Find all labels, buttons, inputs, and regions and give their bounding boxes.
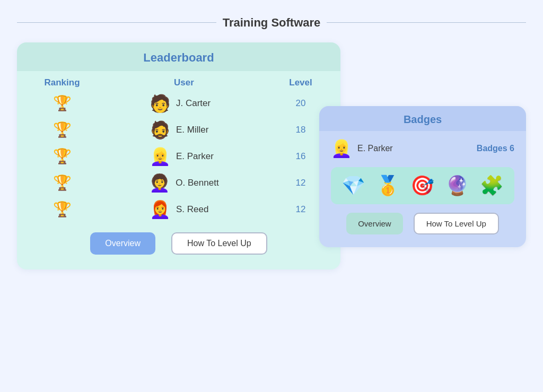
leaderboard-actions: Overview How To Level Up bbox=[17, 232, 340, 255]
badges-overview-button[interactable]: Overview bbox=[346, 213, 403, 234]
table-row: 🏆 👩‍🦱 O. Bennett 12 bbox=[17, 170, 340, 196]
rank-cell: 🏆 bbox=[33, 121, 91, 138]
badges-username: E. Parker bbox=[357, 144, 393, 153]
leaderboard-overview-button[interactable]: Overview bbox=[90, 232, 155, 255]
user-cell: 👩‍🦱 O. Bennett bbox=[91, 173, 277, 193]
badge-icon: 🥇 bbox=[376, 175, 400, 197]
rank-cell: 🏆 bbox=[33, 94, 91, 112]
table-row: 🏆 🧑 J. Carter 20 bbox=[17, 90, 340, 117]
badge-icon: 🧩 bbox=[480, 175, 504, 197]
badges-actions: Overview How To Level Up bbox=[319, 213, 526, 234]
user-avatar: 🧔 bbox=[150, 120, 171, 140]
badges-avatar: 👱‍♀️ bbox=[331, 138, 352, 159]
col-level-label: Level bbox=[277, 77, 325, 88]
page-title-container: Training Software bbox=[17, 16, 526, 30]
level-cell: 12 bbox=[277, 204, 325, 215]
leaderboard-header: Leaderboard bbox=[17, 42, 340, 71]
user-name: S. Reed bbox=[176, 204, 218, 215]
badges-title: Badges bbox=[404, 114, 442, 125]
user-cell: 👱‍♀️ E. Parker bbox=[91, 146, 277, 167]
user-name: J. Carter bbox=[176, 98, 218, 109]
user-cell: 👩‍🦰 S. Reed bbox=[91, 199, 277, 220]
leaderboard-column-headers: Ranking User Level bbox=[17, 71, 340, 90]
leaderboard-card: Leaderboard Ranking User Level 🏆 🧑 J. Ca… bbox=[17, 42, 340, 269]
badge-icon: 💎 bbox=[341, 175, 365, 197]
badge-icon: 🔮 bbox=[445, 175, 469, 197]
user-avatar: 🧑 bbox=[150, 93, 171, 114]
level-cell: 12 bbox=[277, 178, 325, 188]
user-avatar: 👱‍♀️ bbox=[150, 146, 171, 167]
col-user-label: User bbox=[91, 77, 277, 88]
badge-icon: 🎯 bbox=[410, 175, 434, 197]
badges-levelup-button[interactable]: How To Level Up bbox=[414, 213, 499, 234]
table-row: 🏆 🧔 E. Miller 18 bbox=[17, 117, 340, 143]
badges-card: Badges 👱‍♀️ E. Parker Badges 6 💎🥇🎯🔮🧩 Ove… bbox=[319, 106, 526, 247]
user-avatar: 👩‍🦰 bbox=[150, 199, 171, 220]
user-avatar: 👩‍🦱 bbox=[149, 173, 170, 193]
level-cell: 18 bbox=[277, 125, 325, 135]
rank-cell: 🏆 bbox=[33, 147, 91, 165]
title-line-right bbox=[327, 22, 526, 23]
badges-header: Badges bbox=[319, 106, 526, 131]
leaderboard-title: Leaderboard bbox=[143, 51, 214, 64]
user-cell: 🧑 J. Carter bbox=[91, 93, 277, 114]
page-title: Training Software bbox=[223, 16, 321, 30]
user-cell: 🧔 E. Miller bbox=[91, 120, 277, 140]
badges-icons-row: 💎🥇🎯🔮🧩 bbox=[331, 167, 514, 204]
rank-cell: 🏆 bbox=[33, 174, 91, 191]
table-row: 🏆 👩‍🦰 S. Reed 12 bbox=[17, 196, 340, 223]
badges-user-row: 👱‍♀️ E. Parker Badges 6 bbox=[319, 131, 526, 163]
user-name: O. Bennett bbox=[176, 178, 218, 188]
col-ranking-label: Ranking bbox=[33, 77, 91, 88]
leaderboard-levelup-button[interactable]: How To Level Up bbox=[171, 232, 267, 255]
title-line-left bbox=[17, 22, 216, 23]
badges-user-info: 👱‍♀️ E. Parker bbox=[331, 138, 393, 159]
badges-count: Badges 6 bbox=[477, 144, 514, 153]
user-name: E. Parker bbox=[176, 151, 218, 162]
level-cell: 16 bbox=[277, 151, 325, 162]
level-cell: 20 bbox=[277, 98, 325, 109]
user-name: E. Miller bbox=[176, 125, 218, 135]
rank-cell: 🏆 bbox=[33, 201, 91, 218]
table-row: 🏆 👱‍♀️ E. Parker 16 bbox=[17, 143, 340, 170]
leaderboard-rows: 🏆 🧑 J. Carter 20 🏆 🧔 E. Miller 18 🏆 👱‍♀️… bbox=[17, 90, 340, 223]
